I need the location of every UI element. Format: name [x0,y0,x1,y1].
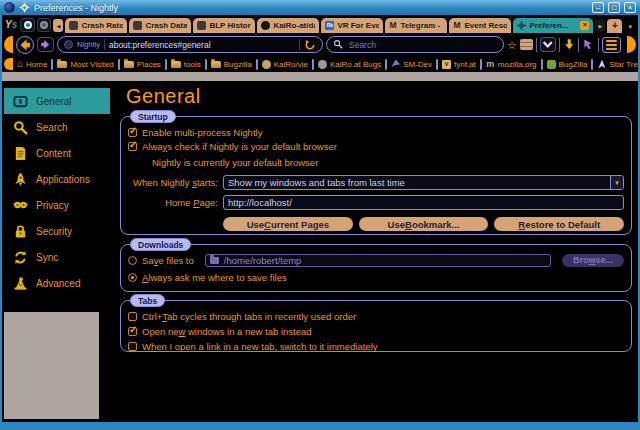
divider [256,59,258,70]
pinned-tab-2[interactable] [37,18,52,32]
tab-preferences-active[interactable]: Preferen... × [513,18,593,33]
ctrl-tab-checkbox[interactable]: ✓ [128,312,137,321]
tab-vr[interactable]: RkVR For Eve... [321,18,383,33]
mask-icon [13,198,28,213]
eye-icon [24,21,32,29]
bookmark-tools[interactable]: tools [169,60,203,69]
bookmark-kairo-bugs[interactable]: KaiRo.at Bugs [316,60,383,69]
sidebar-item-general[interactable]: General [4,88,110,114]
bookmark-places[interactable]: Places [122,60,163,69]
pinned-tab-1[interactable] [20,18,35,32]
globe-icon [40,21,48,29]
sidebar-item-advanced[interactable]: Advanced [4,270,110,296]
sidebar-item-content[interactable]: Content [4,140,110,166]
site-icon [262,60,271,69]
search-placeholder: Search [349,40,376,50]
bookmark-star-trek[interactable]: Star Trek [595,60,638,69]
bookmark-bugzilla-folder[interactable]: Bugzilla [209,60,254,69]
ys-logo: Ys [5,18,17,32]
search-input[interactable]: Search [326,36,504,53]
sidebar-item-search[interactable]: Search [4,114,110,140]
maximize-button[interactable]: □ [608,2,620,13]
app-gear-icon [19,2,30,13]
sidebar-item-privacy[interactable]: Privacy [4,192,110,218]
category-sidebar: General Search Content Applications Priv… [4,88,110,296]
bookmark-sm-dev[interactable]: SM-Dev [389,60,434,69]
window-title: Preferences - Nightly [34,3,588,13]
url-text[interactable]: about:preferences#general [109,40,295,50]
group-caption: Downloads [130,238,191,251]
folder-icon [171,61,181,68]
save-files-label: Save files to [142,255,194,266]
bookmark-home[interactable]: ⌂Home [15,59,49,69]
multiprocess-checkbox[interactable]: ✓ [128,128,137,137]
navigation-toolbar: Nightly about:preferences#general Search… [2,33,638,56]
bookmark-star-icon[interactable]: ☆ [507,39,517,51]
bookmark-kairo-vie[interactable]: KaiRo/vie [260,60,310,69]
home-page-input[interactable]: http://localhost/ [223,195,624,210]
download-arrow-icon[interactable] [563,38,575,52]
mozilla-icon: m [486,60,495,69]
scroll-tabs-right-button[interactable]: ▶ [595,19,605,32]
tab-crash-rate[interactable]: Crash Rate Hist... [65,18,127,33]
minimize-button[interactable]: – [592,2,604,13]
startup-mode-select[interactable]: Show my windows and tabs from last time … [223,175,624,190]
url-bar[interactable]: Nightly about:preferences#general [57,36,323,53]
reload-icon[interactable] [304,39,316,51]
forward-button[interactable] [37,37,54,52]
sidebar-item-sync[interactable]: Sync [4,244,110,270]
home-page-label: Home Page: [128,197,218,208]
always-ask-row: Always ask me where to save files [128,270,624,284]
switch-immediately-checkbox[interactable]: ✓ [128,342,137,351]
divider [299,39,300,50]
close-button[interactable]: × [624,2,636,13]
default-browser-label: Always check if Nightly is your default … [142,141,337,152]
back-button[interactable] [16,36,34,54]
tabs-group: Tabs ✓ Ctrl+Tab cycles through tabs in r… [120,300,632,352]
page-header-strip [2,72,638,81]
general-icon [13,94,28,109]
use-bookmark-button[interactable]: Use Bookmark... [359,217,489,231]
bookmarks-toolbar: ⌂Home Most Visited Places tools Bugzilla… [2,56,638,72]
hamburger-menu-button[interactable] [602,37,621,53]
sidebar-item-security[interactable]: Security [4,218,110,244]
github-icon [261,21,270,30]
divider [598,38,599,52]
pointer-icon[interactable] [582,38,594,51]
download-folder-field[interactable]: /home/robert/temp [205,254,551,267]
tab-bar: Ys ◀ Crash Rate Hist... Crash Data for .… [2,15,638,33]
bookmarks-menu-icon[interactable] [520,39,533,50]
list-all-tabs-icon[interactable]: ▼ [624,24,636,30]
tab-telegram[interactable]: MTelegram - ... [385,18,447,33]
save-files-radio[interactable] [128,256,137,265]
tab-blp-history[interactable]: BLP History [193,18,255,33]
restore-default-button[interactable]: Restore to Default [494,217,624,231]
tab-github[interactable]: KaiRo-at/dat... [257,18,319,33]
multiprocess-label: Enable multi-process Nightly [142,127,262,138]
ctrl-tab-label: Ctrl+Tab cycles through tabs in recently… [142,311,356,322]
default-browser-row: ✓ Always check if Nightly is your defaul… [128,139,624,153]
new-window-row: ✓ Open new windows in a new tab instead [128,324,624,338]
tab-event[interactable]: MEvent Reso... [449,18,511,33]
chevron-down-icon[interactable]: ▼ [610,176,623,189]
bookmark-bugzilla-site[interactable]: BugZilla [545,60,590,69]
sync-icon [13,250,28,265]
divider [118,59,120,70]
divider [578,38,579,52]
new-window-checkbox[interactable]: ✓ [128,327,137,336]
default-browser-checkbox[interactable]: ✓ [128,142,137,151]
scroll-tabs-left-button[interactable]: ◀ [53,19,63,32]
downloads-icon[interactable] [540,37,555,52]
starfleet-delta-icon [597,60,606,69]
browse-button[interactable]: Browse... [562,254,624,267]
tab-close-icon[interactable]: × [580,21,589,30]
bookmark-fynf[interactable]: Vfynf.at [440,60,478,69]
sidebar-item-applications[interactable]: Applications [4,166,110,192]
switch-immediately-row: ✓ When I open a link in a new tab, switc… [128,339,624,353]
new-tab-button[interactable]: + [607,19,622,33]
always-ask-radio[interactable] [128,273,137,282]
use-current-pages-button[interactable]: Use Current Pages [223,217,353,231]
bookmark-most-visited[interactable]: Most Visited [55,60,115,69]
bookmark-mozilla[interactable]: mmozilla.org [484,60,539,69]
tab-crash-data[interactable]: Crash Data for ... [129,18,191,33]
